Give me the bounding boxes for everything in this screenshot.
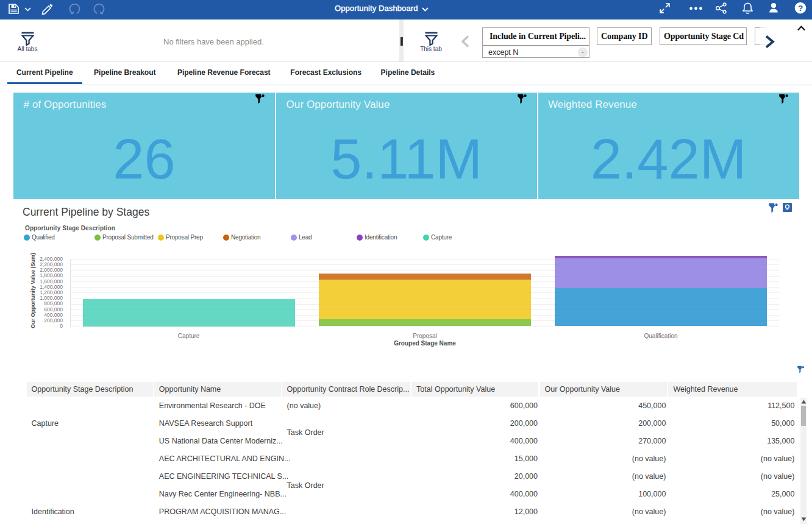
svg-text:?: ?: [798, 4, 803, 13]
